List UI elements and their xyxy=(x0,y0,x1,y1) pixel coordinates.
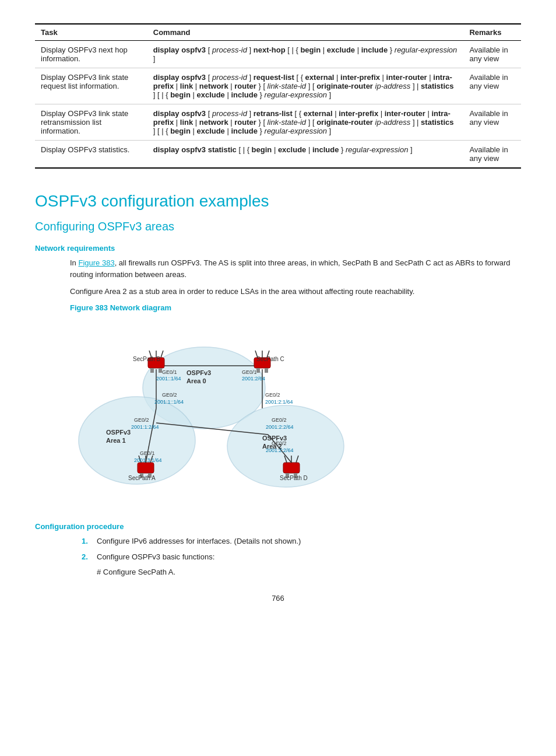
svg-text:SecPath D: SecPath D xyxy=(280,475,308,481)
table-row: Display OSPFv3 link state retransmission… xyxy=(35,104,521,141)
svg-text:SecPath B: SecPath B xyxy=(133,356,161,362)
svg-text:2001:2:2/64: 2001:2:2/64 xyxy=(266,424,294,430)
command-cell: display ospfv3 statistic [ | { begin | e… xyxy=(147,141,464,169)
task-cell: Display OSPFv3 statistics. xyxy=(35,141,147,169)
figure-383-link[interactable]: Figure 383 xyxy=(78,258,114,267)
svg-text:SecPath A: SecPath A xyxy=(128,475,156,481)
svg-text:GE0/1: GE0/1 xyxy=(162,369,177,375)
task-cell: Display OSPFv3 link state request list i… xyxy=(35,68,147,104)
svg-rect-18 xyxy=(265,368,268,373)
svg-text:Area 1: Area 1 xyxy=(106,437,126,444)
svg-text:GE0/2: GE0/2 xyxy=(272,440,287,446)
svg-text:OSPFv3: OSPFv3 xyxy=(106,429,131,436)
config-step-1: 1. Configure IPv6 addresses for interfac… xyxy=(82,536,521,547)
config-steps-list: 1. Configure IPv6 addresses for interfac… xyxy=(82,536,521,563)
table-header-command: Command xyxy=(147,24,464,41)
svg-text:SecPath C: SecPath C xyxy=(256,356,284,362)
task-cell: Display OSPFv3 link state retransmission… xyxy=(35,104,147,141)
remarks-cell: Available in any view xyxy=(463,41,521,68)
svg-text:GE0/2: GE0/2 xyxy=(272,417,287,423)
command-table: Task Command Remarks Display OSPFv3 next… xyxy=(35,23,521,169)
svg-text:GE0/2: GE0/2 xyxy=(162,392,177,398)
network-requirements-heading: Network requirements xyxy=(35,244,521,253)
command-cell: display ospfv3 [ process-id ] retrans-li… xyxy=(147,104,464,141)
network-requirements-para1: In Figure 383, all firewalls run OSPFv3.… xyxy=(70,257,521,280)
svg-text:2001:1::1/64: 2001:1::1/64 xyxy=(154,399,184,405)
command-cell: display ospfv3 [ process-id ] request-li… xyxy=(147,68,464,104)
figure-label: Figure 383 Network diagram xyxy=(70,303,521,312)
network-diagram: OSPFv3 Area 0 OSPFv3 Area 1 OSPFv3 Area … xyxy=(70,318,373,505)
svg-rect-30 xyxy=(283,463,300,473)
svg-line-14 xyxy=(161,351,163,358)
svg-rect-10 xyxy=(150,368,154,373)
svg-text:GE0/1: GE0/1 xyxy=(242,369,257,375)
table-row: Display OSPFv3 link state request list i… xyxy=(35,68,521,104)
svg-text:Area 0: Area 0 xyxy=(186,377,206,384)
svg-text:2001:2/64: 2001:2/64 xyxy=(242,376,265,382)
remarks-cell: Available in any view xyxy=(463,104,521,141)
task-cell: Display OSPFv3 next hop information. xyxy=(35,41,147,68)
config-step2-sub: # Configure SecPath A. xyxy=(97,568,521,576)
svg-text:2001:1:2/64: 2001:1:2/64 xyxy=(131,424,159,430)
table-header-task: Task xyxy=(35,24,147,41)
svg-text:GE0/2: GE0/2 xyxy=(265,392,280,398)
config-step-2: 2. Configure OSPFv3 basic functions: xyxy=(82,551,521,563)
section-title: OSPFv3 configuration examples xyxy=(35,192,521,211)
remarks-cell: Available in any view xyxy=(463,141,521,169)
svg-text:2001:2:2/64: 2001:2:2/64 xyxy=(266,447,294,453)
svg-point-1 xyxy=(79,397,195,484)
diagram-svg: OSPFv3 Area 0 OSPFv3 Area 1 OSPFv3 Area … xyxy=(70,318,373,505)
svg-text:2001::1/64: 2001::1/64 xyxy=(156,376,181,382)
table-header-remarks: Remarks xyxy=(463,24,521,41)
svg-text:GE0/1: GE0/1 xyxy=(140,450,155,456)
svg-text:GE0/2: GE0/2 xyxy=(134,417,149,423)
command-cell: display ospfv3 [ process-id ] next-hop [… xyxy=(147,41,464,68)
svg-text:2001:2:1/64: 2001:2:1/64 xyxy=(265,399,293,405)
section-subtitle: Configuring OSPFv3 areas xyxy=(35,220,521,233)
network-requirements-para2: Configure Area 2 as a stub area in order… xyxy=(70,286,521,298)
page-number: 766 xyxy=(35,594,521,603)
svg-text:2001:3:1/64: 2001:3:1/64 xyxy=(134,457,162,463)
table-row: Display OSPFv3 statistics. display ospfv… xyxy=(35,141,521,169)
svg-rect-17 xyxy=(256,368,260,373)
remarks-cell: Available in any view xyxy=(463,68,521,104)
table-row: Display OSPFv3 next hop information. dis… xyxy=(35,41,521,68)
config-procedure-heading: Configuration procedure xyxy=(35,522,521,531)
config-procedure-section: Configuration procedure 1. Configure IPv… xyxy=(35,522,521,576)
svg-text:OSPFv3: OSPFv3 xyxy=(186,369,211,376)
svg-rect-23 xyxy=(138,463,154,473)
